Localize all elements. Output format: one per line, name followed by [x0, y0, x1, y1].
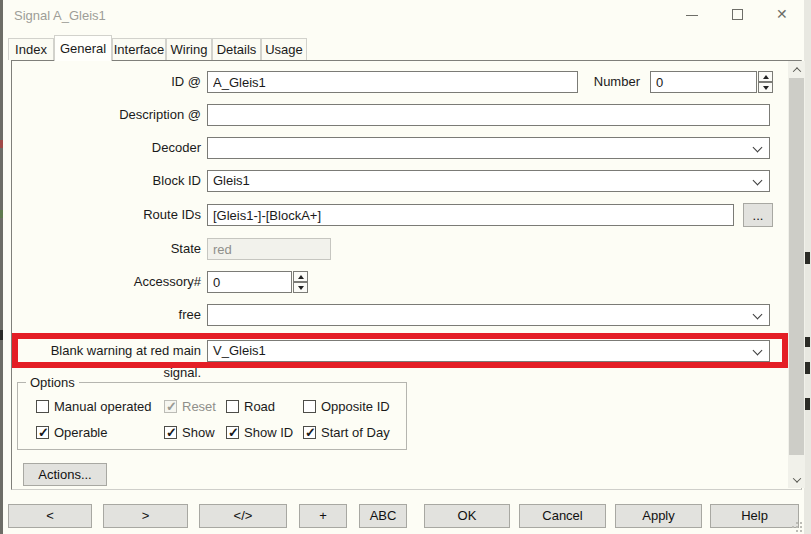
description-input[interactable]	[207, 104, 770, 126]
chevron-down-icon	[753, 310, 763, 320]
checkbox-box	[36, 400, 49, 413]
checkbox-label: Manual operated	[54, 399, 152, 414]
chevron-down-icon	[753, 176, 763, 186]
spinner-down-button[interactable]	[758, 82, 773, 93]
accessory-input[interactable]	[207, 271, 292, 293]
number-label: Number	[580, 71, 640, 93]
checkbox-box	[303, 400, 316, 413]
spinner-down-icon	[763, 86, 769, 90]
checkbox-box: ✓	[303, 426, 316, 439]
state-input	[207, 238, 331, 260]
check-icon: ✓	[166, 425, 177, 440]
vertical-scrollbar[interactable]	[788, 61, 805, 488]
checkbox-label: Show	[182, 425, 215, 440]
route-ids-browse-button[interactable]: ...	[743, 203, 773, 227]
checkbox-label: Reset	[182, 399, 216, 414]
accessory-spinner	[293, 271, 308, 293]
spinner-up-icon	[298, 275, 304, 279]
background-sliver-right	[804, 0, 811, 534]
accessory-label: Accessory#	[13, 271, 201, 293]
spinner-down-button[interactable]	[293, 282, 308, 293]
blank-warning-select[interactable]: V_Gleis1	[207, 340, 770, 362]
block-id-select[interactable]: Gleis1	[207, 170, 770, 192]
spinner-up-button[interactable]	[293, 271, 308, 282]
scrollbar-down-button[interactable]	[788, 471, 805, 488]
check-icon: ✓	[166, 399, 177, 414]
free-select[interactable]	[207, 304, 770, 326]
check-icon: ✓	[305, 425, 316, 440]
spinner-up-button[interactable]	[758, 71, 773, 82]
checkbox-label: Road	[244, 399, 275, 414]
state-label: State	[13, 238, 201, 260]
checkbox-label: Show ID	[244, 425, 293, 440]
check-icon: ✓	[38, 425, 49, 440]
chevron-up-icon	[792, 67, 800, 75]
decoder-select[interactable]	[207, 137, 770, 159]
chevron-down-icon	[792, 474, 800, 482]
check-icon: ✓	[228, 425, 239, 440]
id-input[interactable]	[207, 71, 578, 93]
spinner-down-icon	[298, 286, 304, 290]
route-ids-input[interactable]	[207, 204, 734, 226]
number-spinner	[758, 71, 773, 93]
signal-properties-dialog: Signal A_Gleis1 ✕ Index General Interfac…	[3, 0, 804, 534]
options-group-title: Options	[26, 375, 79, 390]
checkbox-box	[226, 400, 239, 413]
description-label: Description @	[13, 104, 201, 126]
chevron-down-icon	[753, 346, 763, 356]
number-input[interactable]	[650, 71, 757, 93]
checkbox-box: ✓	[164, 400, 177, 413]
checkbox-label: Operable	[54, 425, 107, 440]
block-id-value: Gleis1	[213, 173, 250, 188]
checkbox-label: Start of Day	[321, 425, 390, 440]
checkbox-label: Opposite ID	[321, 399, 390, 414]
blank-warning-label: Blank warning at red main signal.	[13, 340, 201, 362]
spinner-up-icon	[763, 75, 769, 79]
checkbox-box: ✓	[164, 426, 177, 439]
checkbox-box: ✓	[36, 426, 49, 439]
decoder-label: Decoder	[13, 137, 201, 159]
checkbox-box: ✓	[226, 426, 239, 439]
scrollbar-thumb[interactable]	[789, 78, 804, 455]
actions-button[interactable]: Actions...	[23, 463, 107, 486]
id-label: ID @	[13, 71, 201, 93]
options-group: Options Manual operated ✓ Reset Road Opp…	[17, 382, 407, 450]
route-ids-label: Route IDs	[13, 204, 201, 226]
chevron-down-icon	[753, 143, 763, 153]
blank-warning-value: V_Gleis1	[213, 343, 266, 358]
free-label: free	[13, 304, 201, 326]
block-id-label: Block ID	[13, 170, 201, 192]
scrollbar-up-button[interactable]	[788, 61, 805, 78]
